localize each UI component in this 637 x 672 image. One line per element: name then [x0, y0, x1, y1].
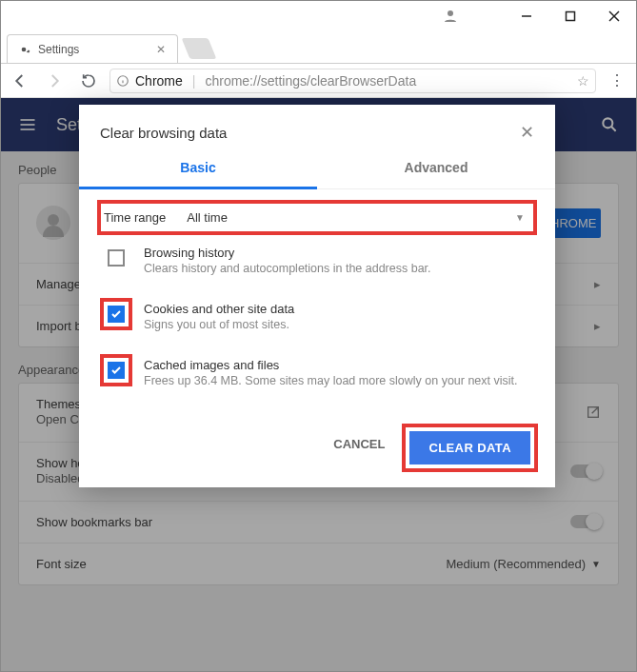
window-close-button[interactable] — [592, 1, 636, 31]
svg-point-0 — [448, 10, 453, 16]
checkbox[interactable] — [108, 249, 125, 267]
checkbox-row: Cached images and filesFrees up 36.4 MB.… — [100, 345, 534, 401]
checkbox-row: Cookies and other site dataSigns you out… — [100, 288, 534, 345]
address-url: chrome://settings/clearBrowserData — [205, 73, 416, 89]
tab-strip: Settings ✕ — [1, 31, 636, 64]
browser-menu-button[interactable]: ⋮ — [604, 71, 630, 89]
modal-overlay: Clear browsing data ✕ Basic Advanced Tim… — [1, 98, 636, 671]
checkbox-title: Cookies and other site data — [144, 302, 294, 316]
time-range-select[interactable]: All time ▼ — [185, 208, 530, 227]
checkbox-subtitle: Clears history and autocompletions in th… — [144, 262, 431, 275]
address-bar: Chrome | chrome://settings/clearBrowserD… — [1, 64, 636, 98]
time-range-row[interactable]: Time range All time ▼ — [100, 203, 534, 232]
checkbox-title: Browsing history — [144, 246, 431, 260]
close-icon[interactable]: ✕ — [154, 43, 168, 56]
checkbox-row: Browsing historyClears history and autoc… — [100, 232, 534, 288]
tab-advanced[interactable]: Advanced — [317, 148, 555, 189]
new-tab-button[interactable] — [182, 38, 217, 59]
clear-data-button[interactable]: CLEAR DATA — [409, 431, 530, 464]
tab-title: Settings — [38, 43, 79, 56]
dialog-tabs: Basic Advanced — [79, 148, 555, 189]
address-origin: Chrome — [135, 73, 183, 89]
forward-button[interactable] — [41, 68, 68, 94]
dialog-title: Clear browsing data — [100, 125, 227, 141]
address-field[interactable]: Chrome | chrome://settings/clearBrowserD… — [109, 69, 596, 93]
clear-browsing-data-dialog: Clear browsing data ✕ Basic Advanced Tim… — [79, 105, 555, 487]
chevron-down-icon: ▼ — [515, 212, 525, 223]
cancel-button[interactable]: CANCEL — [316, 427, 402, 468]
time-range-value: All time — [187, 210, 228, 225]
reload-button[interactable] — [75, 68, 102, 94]
checkbox[interactable] — [108, 306, 125, 323]
checkbox[interactable] — [108, 362, 125, 379]
time-range-label: Time range — [104, 210, 166, 225]
checkbox-title: Cached images and files — [144, 358, 518, 372]
close-icon[interactable]: ✕ — [520, 122, 534, 143]
gear-icon — [17, 43, 30, 56]
browser-tab-settings[interactable]: Settings ✕ — [7, 34, 178, 63]
bookmark-star-icon[interactable]: ☆ — [577, 73, 589, 89]
checkbox-subtitle: Signs you out of most sites. — [144, 318, 294, 331]
checkbox-subtitle: Frees up 36.4 MB. Some sites may load mo… — [144, 374, 518, 387]
window-titlebar — [1, 1, 636, 31]
window-maximize-button[interactable] — [548, 1, 592, 31]
info-icon — [116, 74, 129, 88]
back-button[interactable] — [7, 68, 33, 94]
svg-rect-2 — [567, 12, 575, 21]
tab-basic[interactable]: Basic — [79, 148, 317, 189]
profile-icon[interactable] — [442, 8, 459, 25]
window-minimize-button[interactable] — [505, 1, 548, 31]
